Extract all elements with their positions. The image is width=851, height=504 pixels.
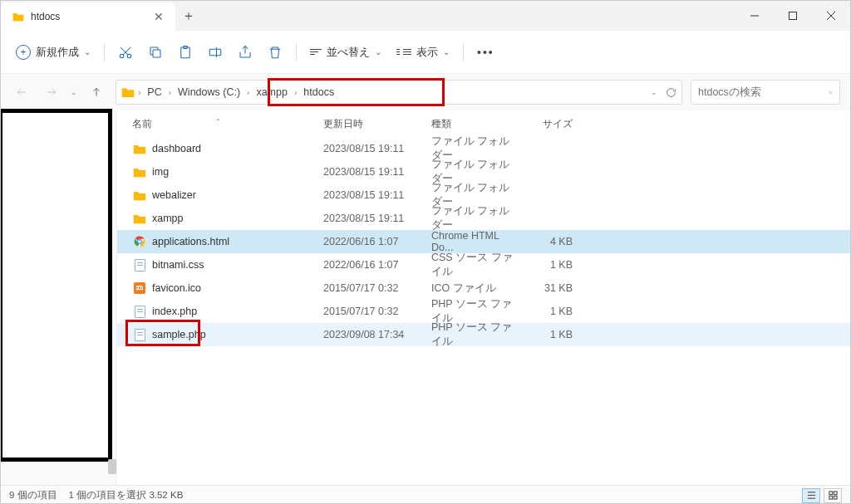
file-date: 2023/08/15 19:11 [323, 213, 431, 224]
new-button[interactable]: + 新規作成 ⌄ [9, 37, 97, 67]
arrow-up-icon [91, 86, 102, 98]
search-input[interactable] [698, 86, 829, 98]
file-row[interactable]: ಋfavicon.ico2015/07/17 0:32ICO ファイル31 KB [117, 276, 850, 300]
status-selection: 1 個の項目を選択 3.52 KB [69, 489, 184, 502]
paste-button[interactable] [171, 37, 199, 67]
copy-icon [148, 45, 163, 60]
breadcrumb-item[interactable]: htdocs [300, 86, 337, 98]
file-type: PHP ソース ファイル [431, 321, 514, 349]
file-date: 2023/09/08 17:34 [323, 329, 431, 340]
file-name: xampp [152, 213, 323, 224]
svg-rect-26 [834, 492, 837, 495]
file-date: 2015/07/17 0:32 [323, 306, 431, 317]
breadcrumb-item[interactable]: PC [144, 86, 165, 98]
separator [104, 43, 105, 61]
file-row[interactable]: img2023/08/15 19:11ファイル フォルダー [117, 160, 850, 183]
file-date: 2022/06/16 1:07 [323, 236, 431, 247]
rename-button[interactable] [201, 37, 229, 67]
tab-title: htdocs [31, 11, 60, 22]
file-date: 2023/08/15 19:11 [323, 189, 431, 201]
file-row[interactable]: xampp2023/08/15 19:11ファイル フォルダー [117, 207, 850, 230]
file-row[interactable]: index.php2015/07/17 0:32PHP ソース ファイル1 KB [117, 300, 850, 323]
file-name: img [152, 166, 323, 178]
view-button[interactable]: 表示 ⌄ [390, 37, 456, 67]
arrow-left-icon [16, 86, 27, 98]
folder-icon [121, 86, 135, 98]
file-icon [135, 306, 145, 318]
forward-button[interactable] [41, 81, 62, 103]
file-icon [135, 329, 145, 341]
folder-icon [133, 167, 146, 178]
maximize-button[interactable] [774, 1, 812, 31]
column-header-size[interactable]: サイズ [514, 117, 573, 131]
more-icon: ••• [477, 46, 494, 59]
file-type: ICO ファイル [431, 281, 514, 296]
separator [296, 43, 297, 61]
file-type: CSS ソース ファイル [431, 251, 514, 279]
file-row[interactable]: webalizer2023/08/15 19:11ファイル フォルダー [117, 183, 850, 207]
scissors-icon [118, 45, 133, 60]
refresh-icon[interactable] [666, 87, 676, 98]
more-button[interactable]: ••• [470, 37, 501, 67]
breadcrumb-item[interactable]: xampp [253, 86, 291, 98]
search-box[interactable] [691, 80, 840, 105]
search-icon [829, 87, 833, 98]
file-size: 1 KB [514, 306, 573, 317]
file-row[interactable]: dashboard2023/08/15 19:11ファイル フォルダー [117, 137, 850, 160]
column-header-name[interactable]: 名前⌃ [132, 117, 323, 131]
column-header-date[interactable]: 更新日時 [323, 117, 431, 131]
sort-button[interactable]: 並べ替え ⌄ [303, 37, 388, 67]
address-bar[interactable]: › PC › Windows (C:) › xampp › htdocs ⌄ [116, 80, 682, 105]
window-controls [735, 1, 850, 31]
file-date: 2023/08/15 19:11 [323, 143, 431, 154]
delete-button[interactable] [261, 37, 289, 67]
file-size: 1 KB [514, 259, 573, 271]
folder-icon [133, 213, 146, 224]
file-name: bitnami.css [152, 259, 323, 271]
share-button[interactable] [231, 37, 259, 67]
file-row[interactable]: applications.html2022/06/16 1:07Chrome H… [117, 230, 850, 253]
back-button[interactable] [11, 81, 32, 103]
file-name: sample.php [152, 329, 323, 340]
chevron-right-icon: › [247, 88, 249, 97]
thumbnails-view-button[interactable] [824, 488, 842, 503]
file-size: 1 KB [514, 329, 573, 340]
svg-point-21 [138, 240, 141, 243]
file-list: 名前⌃ 更新日時 種類 サイズ dashboard2023/08/15 19:1… [117, 110, 850, 485]
file-row[interactable]: sample.php2023/09/08 17:34PHP ソース ファイル1 … [117, 323, 850, 346]
svg-rect-28 [834, 496, 837, 499]
history-dropdown[interactable]: ⌄ [71, 88, 77, 96]
file-name: dashboard [152, 143, 323, 154]
svg-rect-1 [790, 12, 797, 20]
status-bar: 9 個の項目 1 個の項目を選択 3.52 KB [1, 485, 850, 504]
minimize-button[interactable] [735, 1, 774, 31]
rename-icon [208, 45, 223, 60]
close-tab-icon[interactable]: ✕ [152, 10, 165, 23]
file-row[interactable]: bitnami.css2022/06/16 1:07CSS ソース ファイル1 … [117, 253, 850, 276]
file-date: 2015/07/17 0:32 [323, 282, 431, 294]
column-header-type[interactable]: 種類 [431, 117, 514, 131]
svg-rect-25 [829, 492, 832, 495]
file-type: Chrome HTML Do... [431, 230, 514, 253]
file-type: ファイル フォルダー [431, 204, 514, 232]
svg-rect-8 [153, 50, 160, 57]
close-button[interactable] [812, 1, 850, 31]
scrollbar-thumb[interactable] [108, 459, 116, 474]
chevron-right-icon: › [294, 88, 297, 97]
details-view-button[interactable] [802, 488, 820, 503]
clipboard-icon [178, 45, 193, 60]
svg-point-17 [829, 91, 832, 93]
cut-button[interactable] [111, 37, 140, 67]
window-tab[interactable]: htdocs ✕ [1, 2, 175, 31]
separator [463, 43, 464, 61]
chevron-right-icon: › [169, 88, 171, 97]
folder-icon [133, 190, 146, 201]
chevron-down-icon: ⌄ [84, 47, 91, 56]
chevron-down-icon[interactable]: ⌄ [651, 88, 657, 96]
copy-button[interactable] [141, 37, 170, 67]
new-tab-button[interactable]: ＋ [175, 1, 202, 31]
up-button[interactable] [86, 81, 107, 103]
navigation-tree[interactable] [1, 110, 117, 485]
plus-circle-icon: + [16, 45, 31, 60]
breadcrumb-item[interactable]: Windows (C:) [175, 86, 243, 98]
